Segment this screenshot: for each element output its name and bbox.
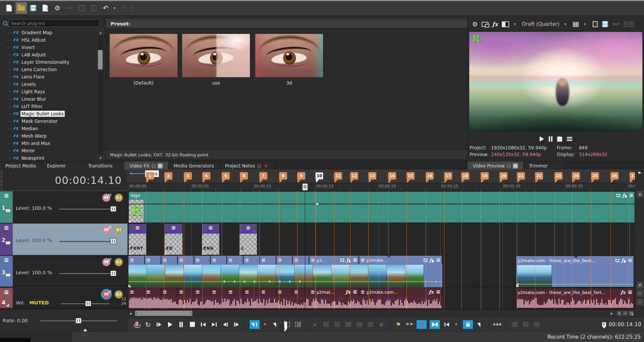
edit-tool-dropdown[interactable]: ▼ (263, 319, 267, 330)
timeline-marker-9[interactable]: 9 (297, 172, 305, 180)
stop-button[interactable] (188, 320, 196, 329)
plugin-item-newsprint[interactable]: FXNewsprint (0, 154, 98, 161)
preview-pause-button[interactable] (549, 136, 552, 142)
envelope-node[interactable] (434, 280, 437, 283)
timeline-marker-15[interactable]: 15 (407, 172, 415, 180)
clip-header-segment[interactable]: ≡ (260, 288, 276, 296)
zoom-out-time-button[interactable]: − (623, 310, 628, 316)
timeline-marker-11[interactable]: 11 (334, 172, 342, 180)
event-menu-icon[interactable]: ≡ (436, 289, 440, 295)
event-menu-icon[interactable]: ≡ (135, 225, 140, 231)
track-header-3[interactable]: ≡ 3 MS! Level: 100.0 % (0, 256, 127, 287)
timeline-marker-13[interactable]: 13 (368, 172, 376, 180)
clip-header-segment[interactable]: ≡ (128, 256, 145, 264)
event-menu-icon[interactable]: ≡ (146, 257, 151, 263)
track-menu-icon[interactable]: ≡ (0, 289, 13, 295)
timeline-marker-14[interactable]: 14 (388, 172, 396, 180)
time-ruler[interactable]: 00:00:0000:00:0500:00:1000:00:1500:00:20… (127, 183, 635, 191)
copy-snapshot-button[interactable] (592, 20, 598, 28)
hdr-button[interactable]: HDR (624, 20, 634, 28)
plugin-item-lut-filter[interactable]: FXLUT Filter (0, 103, 98, 110)
timeline-marker-7[interactable]: 7 (259, 172, 267, 180)
level-slider[interactable] (59, 241, 116, 242)
insert-region-button[interactable]: ⚑⚑ (406, 320, 414, 329)
event-menu-icon[interactable]: ≡ (294, 289, 299, 295)
mute-button[interactable]: M (102, 258, 110, 266)
tab-video-fx[interactable]: Video FX□× (124, 161, 168, 170)
plugin-item-magic-bullet-looks[interactable]: FXMagic Bullet Looks (0, 110, 98, 117)
ignore-event-grouping-button[interactable] (476, 320, 484, 329)
event-menu-icon[interactable]: ≡ (278, 289, 282, 295)
solo-button[interactable]: S! (115, 258, 123, 266)
pan-crop-icon[interactable] (615, 259, 619, 262)
plugin-item-light-rays[interactable]: FXLight Rays (0, 88, 98, 95)
track-header-1[interactable]: ≡ 1 MS! Level: 100.0 % (0, 191, 127, 224)
timeline-marker-2[interactable]: 2 (164, 172, 172, 180)
plugin-item-mask-generator[interactable]: FXMask Generator (0, 117, 98, 125)
zoom-tool-button[interactable] (629, 310, 634, 316)
timeline-marker-8[interactable]: 8 (279, 172, 287, 180)
event-menu-icon[interactable]: ≡ (179, 257, 183, 263)
preset-thumbnail-use[interactable] (182, 34, 250, 77)
event-menu-icon[interactable]: ≡ (294, 257, 299, 263)
envelope-node[interactable] (288, 280, 291, 283)
timeline-v-scrollbar[interactable]: ⚑ ▲ ▼ + − (635, 169, 644, 317)
event-menu-icon[interactable]: ≡ (361, 257, 365, 263)
split-trim-start-button[interactable] (344, 320, 352, 329)
timeline-marker-25[interactable]: 25 (591, 172, 599, 180)
marker-tool-icon[interactable]: ⚑ (638, 171, 641, 176)
event-fx-icon[interactable]: ƒ (622, 258, 626, 263)
scroll-up-icon[interactable]: ▲ (636, 190, 644, 198)
track-menu-icon[interactable]: ≡ (0, 256, 13, 263)
event-y2mate-com-these-are-the-best[interactable]: y2mate.com - these_are_the_best...ƒ≡ (516, 256, 634, 287)
plugin-list-scrollbar[interactable]: ▲ ▼ (97, 29, 104, 162)
preview-play-button[interactable] (540, 136, 544, 142)
plugin-item-lab-adjust[interactable]: FXLAB Adjust (0, 51, 98, 58)
event-menu-icon[interactable]: ≡ (171, 225, 176, 231)
save-project-button[interactable] (28, 2, 39, 14)
redo-dropdown[interactable]: ▼ (130, 2, 135, 14)
event-fx-icon[interactable]: ƒx (621, 290, 625, 295)
zoom-in-tracks-button[interactable]: + (636, 290, 644, 297)
event-title-fort[interactable]: ≡FORT (128, 224, 147, 255)
scroll-left-icon[interactable]: ◀ (128, 311, 133, 316)
preview-360-button[interactable]: 360° (612, 20, 621, 28)
plugin-item-linear-blur[interactable]: FXLinear Blur (0, 95, 98, 103)
auto-ripple-dropdown[interactable]: ▼ (454, 319, 459, 330)
zoom-out-tracks-button[interactable]: − (636, 298, 644, 306)
event-title-1[interactable]: ≡1 (239, 224, 257, 255)
timeline-marker-4[interactable]: 4 (202, 172, 210, 180)
slider-handle[interactable] (75, 318, 82, 324)
plugin-item-mirror[interactable]: FXMirror (0, 147, 98, 154)
preview-quality-select[interactable]: Draft (Quarter) (522, 21, 559, 27)
level-slider[interactable] (59, 209, 116, 210)
event-menu-icon[interactable]: ≡ (353, 257, 357, 263)
properties-button[interactable]: ⚙ (52, 2, 63, 14)
timeline-marker-26[interactable]: 26 (610, 172, 619, 180)
envelope-node[interactable] (223, 280, 226, 283)
slider-handle[interactable] (110, 271, 116, 276)
envelope-node[interactable] (316, 203, 319, 205)
preview-menu-button[interactable] (567, 137, 572, 141)
timeline-marker-3[interactable]: 3 (184, 172, 192, 180)
event-y2mate-com-these-are-the-best-fort[interactable]: y2mate.com - these_are_the_best_fort...ƒ… (516, 288, 634, 309)
event-menu-icon[interactable]: ≡ (278, 257, 282, 263)
quality-dropdown[interactable]: ▼ (563, 18, 568, 30)
tab-media-generators[interactable]: Media Generators (168, 161, 220, 170)
preset-thumbnail-default[interactable] (110, 34, 177, 77)
tab-explorer[interactable]: Explorer (42, 161, 83, 170)
rate-slider[interactable] (40, 321, 117, 322)
event-menu-icon[interactable]: ≡ (196, 289, 200, 295)
close-tab-icon[interactable]: × (513, 163, 518, 168)
mute-button[interactable]: M (102, 226, 110, 234)
tab-transitions[interactable]: Transitions (83, 161, 124, 170)
overlays-button[interactable] (572, 20, 579, 28)
event-menu-icon[interactable]: ≡ (130, 289, 134, 295)
clip-header-segment[interactable]: ≡ (227, 256, 244, 264)
overlays-dropdown[interactable]: ▼ (582, 18, 587, 30)
playhead-cursor[interactable] (303, 184, 308, 190)
clip-header-segment[interactable]: ≡ (211, 256, 227, 264)
event-menu-icon[interactable]: ≡ (208, 225, 213, 231)
event-fx-icon[interactable]: ƒ (430, 257, 434, 263)
scroll-down-icon[interactable]: ▼ (98, 155, 104, 161)
